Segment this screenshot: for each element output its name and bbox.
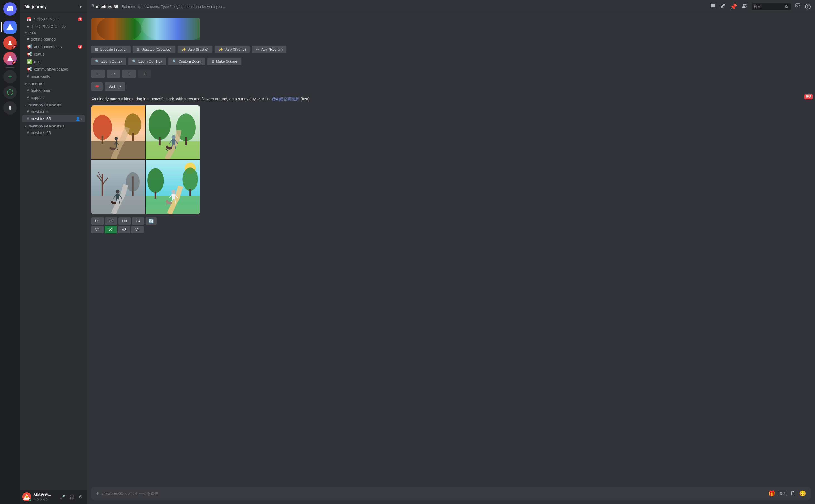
u4-button[interactable]: U4 [132, 217, 144, 225]
u2-button[interactable]: U2 [105, 217, 117, 225]
vary-strong-button[interactable]: ✨ Vary (Strong) [215, 46, 250, 53]
web-button[interactable]: Web ↗ [105, 82, 125, 91]
speaker-community-icon: 📢 [27, 66, 32, 72]
u1-button[interactable]: U1 [91, 217, 104, 225]
zoom-out-2x-button[interactable]: 🔍 Zoom Out 2x [91, 58, 126, 65]
nav-right-button[interactable]: → [107, 70, 120, 78]
info-section-header[interactable]: ▼ INFO [20, 30, 87, 36]
channel-hash-icon: # [91, 4, 94, 9]
sidebar-item-support[interactable]: # support [22, 94, 85, 101]
svg-point-64 [147, 168, 164, 193]
heart-button[interactable]: ❤ [91, 82, 103, 91]
custom-zoom-label: Custom Zoom [178, 59, 201, 63]
sidebar-item-getting-started[interactable]: # getting-started [22, 36, 85, 43]
add-attachment-button[interactable]: + [96, 490, 99, 497]
user-panel-icons: 🎤 🎧 ⚙ [59, 493, 85, 501]
events-badge: 9 [78, 17, 82, 21]
svg-point-35 [172, 135, 176, 139]
sidebar-item-micro-polls[interactable]: # micro-polls [22, 73, 85, 80]
custom-zoom-button[interactable]: 🔍 Custom Zoom [168, 58, 205, 65]
svg-point-53 [116, 190, 120, 194]
thread-icon[interactable] [710, 3, 716, 10]
search-bar[interactable] [752, 3, 791, 10]
roles-label: チャンネル＆ロール [31, 24, 66, 29]
active-server-indicator [1, 22, 2, 32]
sidebar-item-newbies-5[interactable]: # newbies-5 [22, 108, 85, 115]
v2-button[interactable]: V2 [105, 226, 117, 233]
sidebar-item-community-updates[interactable]: 📢 community-updates [22, 65, 85, 73]
hash-trial-icon: # [27, 88, 29, 93]
svg-point-28 [110, 147, 112, 149]
add-server-button[interactable]: + [3, 70, 17, 83]
blue-server-icon[interactable]: 1 [3, 52, 17, 65]
gif-button[interactable]: GIF [779, 491, 787, 496]
fast-label: (fast) [300, 97, 309, 101]
members-icon[interactable] [742, 3, 747, 10]
nav-left-button[interactable]: ← [91, 70, 105, 78]
upscale-creative-button[interactable]: ⊞ Upscale (Creative) [133, 46, 175, 53]
sidebar-item-trial-support[interactable]: # trial-support [22, 87, 85, 94]
refresh-button[interactable]: 🔄 [146, 217, 157, 225]
edit-icon[interactable] [720, 3, 726, 10]
vary-strong-icon: ✨ [218, 47, 223, 51]
events-item[interactable]: 📅 ９件のイベント 9 [22, 16, 85, 23]
upscale-subtle-button[interactable]: ⊞ Upscale (Subtle) [91, 46, 130, 53]
message-input[interactable] [101, 491, 766, 496]
inbox-icon[interactable] [795, 3, 801, 10]
vary-subtle-button[interactable]: ✨ Vary (Subtle) [178, 46, 212, 53]
channel-name-status: status [34, 52, 44, 56]
sticker-icon[interactable]: 🗒 [790, 490, 796, 497]
u3-button[interactable]: U3 [118, 217, 131, 225]
add-member-icon[interactable]: 👤+ [75, 117, 82, 121]
v3-button[interactable]: V3 [118, 226, 130, 233]
v1-button[interactable]: V1 [91, 226, 104, 233]
park-image-4[interactable] [146, 160, 200, 214]
events-icon: 📅 [27, 17, 31, 21]
zoom-buttons: 🔍 Zoom Out 2x 🔍 Zoom Out 1.5x 🔍 Custom Z… [91, 58, 811, 65]
sidebar-item-rules[interactable]: ✅ rules [22, 58, 85, 65]
park-image-2[interactable] [146, 105, 200, 159]
sidebar-item-newbies-65[interactable]: # newbies-65 [22, 129, 85, 136]
support-section-header[interactable]: ▼ SUPPORT [20, 81, 87, 87]
v4-button[interactable]: V4 [131, 226, 144, 233]
park-image-3[interactable] [91, 160, 145, 214]
gift-icon[interactable]: 🎁 [768, 490, 775, 497]
mute-button[interactable]: 🎤 [59, 493, 67, 501]
search-input[interactable] [754, 4, 784, 9]
newcomer-rooms-2-section-header[interactable]: ▼ NEWCOMER ROOMS 2 [20, 123, 87, 129]
svg-rect-65 [155, 192, 156, 199]
headset-button[interactable]: 🎧 [68, 493, 76, 501]
red-server-icon[interactable]: 1 [3, 36, 17, 50]
sidebar-item-announcements[interactable]: 📢 announcements 3 [22, 43, 85, 50]
sidebar-item-newbies-35[interactable]: # newbies-35 👤+ [22, 115, 85, 122]
sidebar-item-status[interactable]: 📢 status [22, 50, 85, 58]
discord-home-button[interactable] [3, 2, 17, 16]
emoji-icon[interactable]: 😊 [799, 490, 806, 497]
make-square-button[interactable]: ⊞ Make Square [207, 58, 241, 65]
channel-name-support: support [31, 95, 44, 100]
svg-point-9 [786, 5, 787, 7]
sidebar-header[interactable]: Midjourney ▼ [20, 0, 87, 13]
zoom-out-1-5x-button[interactable]: 🔍 Zoom Out 1.5x [128, 58, 166, 65]
pin-icon[interactable]: 📌 [730, 3, 737, 10]
roles-item[interactable]: ≡ チャンネル＆ロール [22, 23, 85, 30]
settings-button[interactable]: ⚙ [77, 493, 85, 501]
park-image-1[interactable] [91, 105, 145, 159]
svg-rect-34 [185, 137, 187, 145]
explore-servers-button[interactable] [3, 86, 17, 99]
vary-region-button[interactable]: ✏ Vary (Region) [252, 46, 286, 53]
support-section: ▼ SUPPORT # trial-support # support [20, 81, 87, 101]
midjourney-server-icon[interactable] [3, 21, 17, 34]
newcomer-rooms-section-header[interactable]: ▼ NEWCOMER ROOMS [20, 102, 87, 108]
make-square-icon: ⊞ [211, 59, 214, 63]
nav-up-button[interactable]: ↑ [122, 70, 136, 78]
newcomer-rooms-2-label: NEWCOMER ROOMS 2 [28, 125, 64, 128]
download-apps-button[interactable]: ⬇ [3, 101, 17, 115]
svg-point-21 [115, 137, 118, 140]
nav-down-button[interactable]: ↓ [138, 70, 151, 78]
zoom-out-1-5x-icon: 🔍 [132, 59, 137, 63]
top-image-partial [91, 18, 200, 40]
user-status-dot [29, 499, 31, 501]
red-server-wrapper: 1 [3, 36, 17, 50]
help-icon[interactable]: ? [805, 4, 811, 9]
